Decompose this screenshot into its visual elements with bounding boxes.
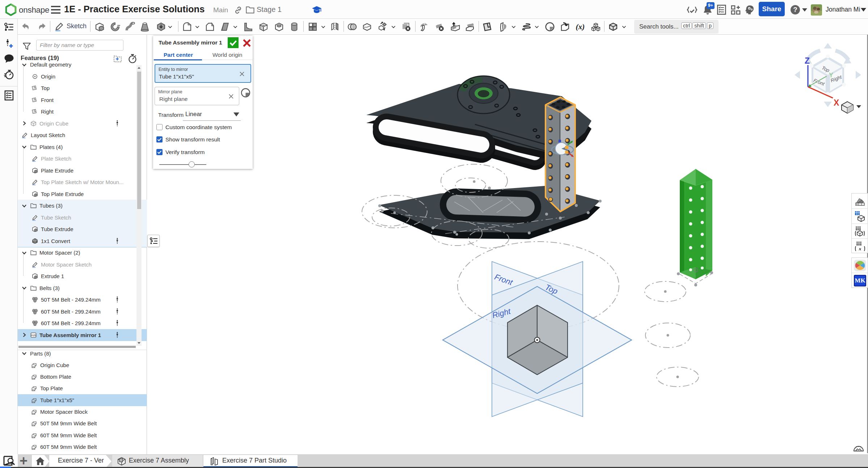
svg-text:Y: Y — [829, 72, 833, 79]
svg-text:Z: Z — [805, 56, 810, 65]
svg-text:x: x — [859, 246, 861, 251]
svg-text:X: X — [834, 98, 839, 107]
